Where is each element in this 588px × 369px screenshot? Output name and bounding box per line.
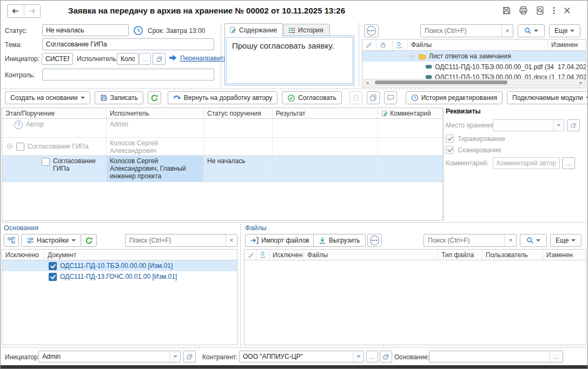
splitter-footer[interactable] (2, 347, 586, 348)
ground-checkbox[interactable] (49, 262, 57, 270)
col-excluded[interactable]: Исключено (2, 250, 44, 260)
footer-ground-pick-button[interactable]: ... (549, 351, 563, 362)
close-icon[interactable] (563, 6, 571, 15)
expand-plus-icon[interactable] (409, 53, 415, 59)
splitter-bottom-horizontal[interactable] (2, 222, 586, 223)
scanning-checkbox[interactable] (446, 146, 454, 154)
col-comment[interactable]: Комментарий (378, 108, 442, 118)
footer-counterparty-combo[interactable] (239, 351, 364, 363)
replication-checkbox[interactable] (446, 135, 454, 143)
storage-input[interactable] (493, 120, 553, 131)
clipboard-button[interactable] (349, 91, 362, 104)
stage-row-author[interactable]: ?Автор Admin (2, 119, 442, 138)
executor-input[interactable] (117, 53, 138, 65)
stage-row-group[interactable]: Согласование ГИПа Колосов Сергей Алексан… (2, 138, 442, 156)
modules-button[interactable]: Подключаемые модули (507, 91, 588, 104)
col-document[interactable]: Документ (44, 250, 237, 260)
return-to-author-button[interactable]: Вернуть на доработку автору (168, 91, 278, 104)
files-top-search-input[interactable] (421, 25, 501, 37)
files-bottom-menu-button[interactable]: ••• (367, 234, 382, 247)
footer-counterparty-open-button[interactable] (380, 351, 392, 363)
storage-combo[interactable] (493, 119, 564, 131)
ground-row[interactable]: ОДС111-ПД-10.ТБЭ.00.00.00 [Изм.01] (2, 260, 237, 271)
col-executor[interactable]: Исполнитель (107, 108, 204, 118)
executor-pick-button[interactable]: ... (139, 53, 151, 65)
ground-row[interactable]: ОДС111-ПД-13.ГОЧС.00.01.00 [Изм.01] (2, 271, 237, 282)
stage-row-selected[interactable]: Согласование ГИПа Колосов Сергей Алексан… (2, 156, 442, 182)
comment-button[interactable] (384, 91, 397, 104)
stage-checkbox[interactable] (42, 158, 50, 166)
files-bottom-search-input[interactable] (424, 234, 505, 246)
search-clear-icon[interactable]: × (501, 25, 513, 37)
files-top-find-button[interactable] (518, 24, 545, 37)
edit-column-icon[interactable] (245, 250, 256, 260)
tab-content[interactable]: Содержание (224, 23, 283, 36)
footer-initiator-input[interactable] (39, 351, 169, 362)
col-result[interactable]: Результат (273, 108, 378, 118)
create-based-on-button[interactable]: Создать на основании (5, 91, 90, 104)
col-files[interactable]: Файлы (304, 250, 438, 260)
status-input[interactable] (42, 24, 129, 36)
print-icon[interactable] (519, 6, 528, 15)
search-clear-icon[interactable]: × (226, 234, 237, 246)
import-files-button[interactable]: Импорт файлов (245, 234, 315, 247)
splitter-left[interactable] (221, 23, 221, 86)
initiator-input[interactable] (42, 53, 73, 65)
grounds-search-input[interactable] (125, 234, 226, 246)
replication-checkbox-row[interactable]: Тиражирование (446, 135, 505, 143)
content-text[interactable]: Прошу согласовать заявку. (226, 37, 353, 84)
splitter-bottom-vertical[interactable] (240, 224, 241, 346)
subject-input[interactable] (42, 38, 214, 50)
grounds-settings-button[interactable]: Настройки (21, 234, 81, 247)
tab-history[interactable]: История (283, 24, 330, 36)
col-excluded[interactable]: Исключен (269, 250, 304, 260)
splitter-horizontal[interactable] (2, 89, 586, 89)
redirect-link[interactable]: Перенаправить (180, 55, 227, 62)
requisite-comment-input[interactable] (493, 157, 560, 169)
forward-button[interactable] (24, 5, 41, 17)
splitter-right[interactable] (359, 23, 359, 86)
preview-search-icon[interactable] (536, 6, 545, 15)
storage-open-button[interactable] (567, 119, 580, 131)
scroll-left-icon[interactable]: ◂ (364, 80, 371, 85)
lock-column-icon[interactable] (376, 39, 393, 50)
files-bottom-more-button[interactable]: Еще (550, 234, 582, 247)
approve-button[interactable]: Согласовать (282, 91, 341, 104)
files-column-header[interactable]: Файлы (408, 39, 548, 50)
files-bottom-find-button[interactable] (520, 234, 547, 247)
footer-counterparty-pick-button[interactable]: ... (366, 351, 378, 363)
files-top-more-button[interactable]: Еще (549, 24, 580, 37)
col-status[interactable]: Статус поручения (204, 108, 273, 118)
changed-column-header[interactable]: Изменен (548, 39, 586, 50)
scroll-right-icon[interactable]: ▸ (578, 80, 584, 85)
footer-counterparty-input[interactable] (240, 351, 353, 362)
col-type[interactable]: Тип файла (438, 250, 483, 260)
back-button[interactable] (8, 5, 24, 17)
footer-initiator-combo[interactable] (38, 351, 181, 363)
executor-open-button[interactable] (153, 53, 166, 65)
edit-column-icon[interactable] (362, 39, 376, 50)
file-row-folder[interactable]: Лист ответов на замечания (362, 51, 586, 62)
search-clear-icon[interactable]: × (505, 234, 516, 246)
requisite-comment-pick-button[interactable]: ... (562, 157, 575, 169)
copy-button[interactable] (367, 91, 380, 104)
signature-column-icon[interactable] (393, 39, 408, 50)
footer-initiator-open-button[interactable] (183, 351, 196, 363)
grounds-refresh-button[interactable] (81, 234, 97, 247)
save-button[interactable]: Записать (95, 91, 143, 104)
ground-checkbox[interactable] (49, 273, 57, 281)
col-changed[interactable]: Изменен (543, 250, 586, 260)
files-top-hscrollbar[interactable]: ◂ ▸ (364, 79, 585, 86)
files-top-menu-button[interactable]: ••• (364, 24, 379, 37)
col-user[interactable]: Пользователь (483, 250, 543, 260)
refresh-button[interactable] (148, 91, 161, 104)
edit-history-button[interactable]: История редактирования (406, 91, 503, 104)
scroll-thumb[interactable] (375, 80, 507, 84)
control-input[interactable] (42, 69, 214, 80)
scanning-checkbox-row[interactable]: Сканирование (446, 146, 501, 154)
splitter-requisites[interactable] (444, 109, 444, 220)
save-icon[interactable] (502, 6, 511, 15)
file-row[interactable]: ОДС111-ПД-10.ТБЭ.00.00.00_01.pdf (34 К..… (362, 62, 586, 72)
grounds-structure-button[interactable] (4, 234, 19, 247)
footer-ground-input[interactable] (430, 351, 549, 362)
